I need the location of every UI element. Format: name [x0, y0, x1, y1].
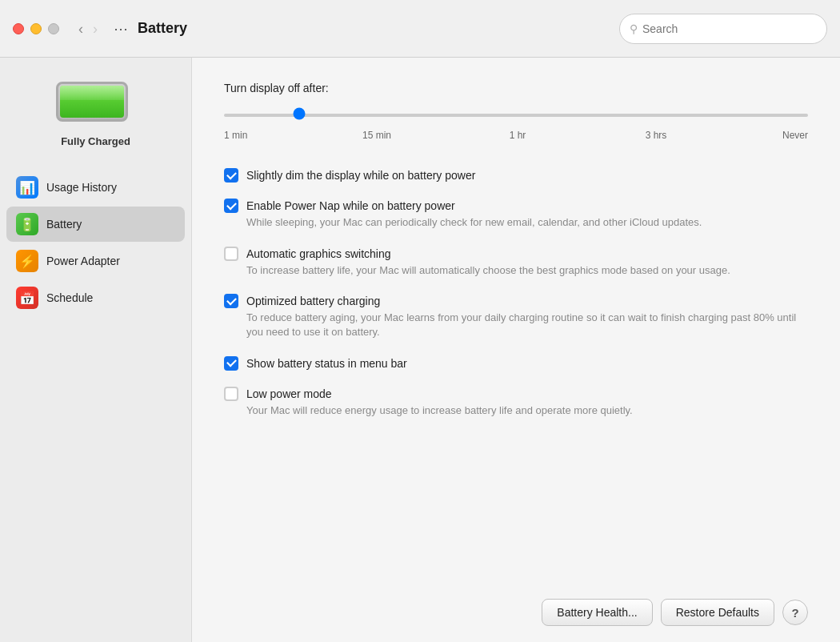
option-row-low-power: Low power mode Your Mac will reduce ener…	[224, 379, 808, 426]
display-sleep-slider-section: Turn display off after: 1 min 15 min 1 h…	[224, 82, 808, 141]
option-main-power-nap: Enable Power Nap while on battery power	[224, 199, 808, 213]
schedule-icon: 📅	[16, 287, 38, 309]
battery-graphic	[56, 82, 136, 126]
options-list: Slightly dim the display while on batter…	[224, 160, 808, 426]
main-layout: Fully Charged 📊 Usage History 🔋 Battery …	[0, 58, 840, 642]
bottom-bar: Battery Health... Restore Defaults ?	[224, 583, 808, 626]
battery-sheen	[60, 86, 124, 100]
sidebar-item-schedule[interactable]: 📅 Schedule	[6, 280, 185, 315]
battery-status-label: Fully Charged	[61, 135, 130, 147]
help-button[interactable]: ?	[782, 600, 808, 625]
option-main-auto-graphics: Automatic graphics switching	[224, 247, 808, 261]
sidebar: Fully Charged 📊 Usage History 🔋 Battery …	[0, 58, 192, 642]
sidebar-item-power-adapter-label: Power Adapter	[46, 255, 120, 267]
power-nap-label: Enable Power Nap while on battery power	[246, 199, 455, 213]
option-row-optimized-charging: Optimized battery charging To reduce bat…	[224, 286, 808, 348]
slider-label: Turn display off after:	[224, 82, 808, 94]
minimize-button[interactable]	[30, 23, 42, 34]
slider-tick-labels: 1 min 15 min 1 hr 3 hrs Never	[224, 130, 808, 141]
optimized-charging-label: Optimized battery charging	[246, 294, 380, 308]
sidebar-item-schedule-label: Schedule	[46, 291, 93, 304]
tick-never: Never	[782, 130, 808, 141]
restore-defaults-button[interactable]: Restore Defaults	[661, 599, 774, 626]
optimized-charging-description: To reduce battery aging, your Mac learns…	[246, 311, 808, 339]
option-row-auto-graphics: Automatic graphics switching To increase…	[224, 239, 808, 286]
slider-container	[224, 106, 808, 125]
nav-arrows: ‹ ›	[75, 20, 101, 38]
sidebar-item-battery-label: Battery	[46, 218, 82, 231]
battery-terminal	[127, 94, 128, 110]
sidebar-item-battery[interactable]: 🔋 Battery	[6, 207, 185, 242]
search-icon: ⚲	[630, 22, 638, 35]
option-main-dim-display: Slightly dim the display while on batter…	[224, 168, 808, 183]
option-row-power-nap: Enable Power Nap while on battery power …	[224, 191, 808, 238]
option-row-show-status: Show battery status in menu bar	[224, 348, 808, 379]
low-power-label: Low power mode	[246, 387, 332, 401]
tick-3hrs: 3 hrs	[644, 130, 668, 141]
tick-15min: 15 min	[362, 130, 391, 141]
dim-display-checkbox-wrap[interactable]: Slightly dim the display while on batter…	[224, 168, 808, 183]
tick-1hr: 1 hr	[506, 130, 530, 141]
search-input[interactable]	[642, 22, 817, 35]
traffic-lights	[13, 23, 59, 34]
option-main-optimized-charging: Optimized battery charging	[224, 294, 808, 308]
low-power-description: Your Mac will reduce energy usage to inc…	[246, 403, 808, 418]
auto-graphics-checkbox[interactable]	[224, 247, 238, 261]
tick-1min: 1 min	[224, 130, 248, 141]
close-button[interactable]	[13, 23, 24, 34]
low-power-checkbox[interactable]	[224, 387, 238, 401]
battery-icon: 🔋	[16, 213, 38, 235]
forward-button[interactable]: ›	[90, 20, 101, 38]
dim-display-label: Slightly dim the display while on batter…	[246, 168, 475, 183]
option-row-dim-display: Slightly dim the display while on batter…	[224, 160, 808, 191]
power-nap-checkbox-wrap[interactable]: Enable Power Nap while on battery power	[224, 199, 808, 213]
grid-icon[interactable]: ⋯	[114, 20, 128, 38]
sidebar-nav: 📊 Usage History 🔋 Battery ⚡ Power Adapte…	[0, 170, 191, 315]
display-sleep-slider[interactable]	[224, 106, 808, 122]
maximize-button[interactable]	[48, 23, 59, 34]
show-status-checkbox[interactable]	[224, 356, 238, 371]
titlebar: ‹ › ⋯ Battery ⚲	[0, 0, 840, 58]
sidebar-item-power-adapter[interactable]: ⚡ Power Adapter	[6, 243, 185, 279]
sidebar-item-usage-history[interactable]: 📊 Usage History	[6, 170, 185, 205]
optimized-charging-checkbox-wrap[interactable]: Optimized battery charging	[224, 294, 808, 308]
optimized-charging-checkbox[interactable]	[224, 294, 238, 308]
usage-history-icon: 📊	[16, 176, 38, 199]
battery-body	[56, 82, 128, 122]
show-status-checkbox-wrap[interactable]: Show battery status in menu bar	[224, 356, 808, 371]
auto-graphics-checkbox-wrap[interactable]: Automatic graphics switching	[224, 247, 808, 261]
power-nap-checkbox[interactable]	[224, 199, 238, 213]
sidebar-item-usage-history-label: Usage History	[46, 181, 117, 194]
titlebar-title: Battery	[138, 20, 187, 37]
auto-graphics-description: To increase battery life, your Mac will …	[246, 263, 808, 278]
search-box: ⚲	[619, 14, 827, 44]
auto-graphics-label: Automatic graphics switching	[246, 247, 391, 261]
back-button[interactable]: ‹	[75, 20, 86, 38]
content-area: Turn display off after: 1 min 15 min 1 h…	[192, 58, 840, 642]
option-main-low-power: Low power mode	[224, 387, 808, 401]
show-status-label: Show battery status in menu bar	[246, 356, 407, 371]
power-adapter-icon: ⚡	[16, 250, 38, 272]
battery-health-button[interactable]: Battery Health...	[542, 599, 652, 626]
dim-display-checkbox[interactable]	[224, 168, 238, 183]
power-nap-description: While sleeping, your Mac can periodicall…	[246, 215, 808, 230]
option-main-show-status: Show battery status in menu bar	[224, 356, 808, 371]
low-power-checkbox-wrap[interactable]: Low power mode	[224, 387, 808, 401]
